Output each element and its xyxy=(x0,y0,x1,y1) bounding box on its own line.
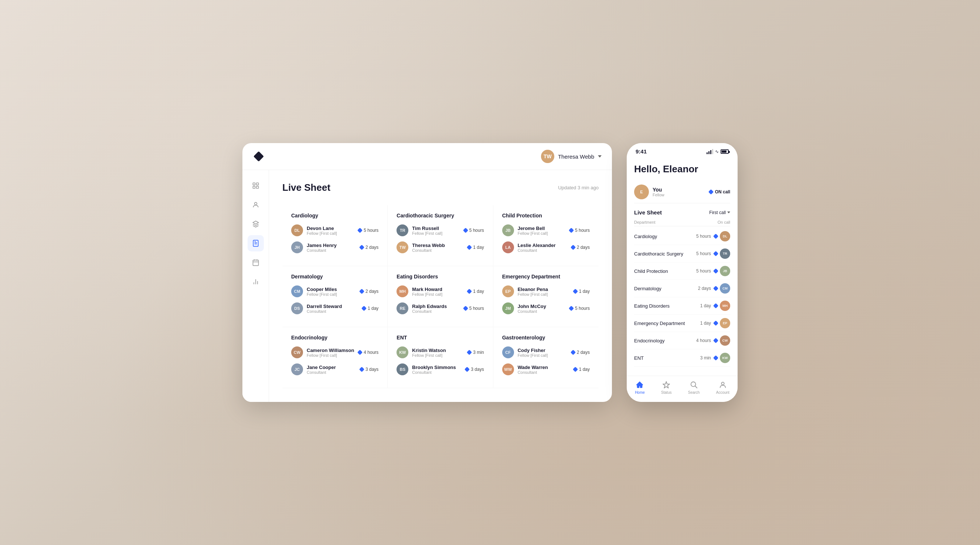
time-value: 5 hours xyxy=(469,306,484,311)
mobile-dept-row[interactable]: Dermatology 2 days CM xyxy=(634,280,730,297)
person-info: John McCoy Consultant xyxy=(518,304,546,314)
mobile-dept-row[interactable]: Cardiology 5 hours DL xyxy=(634,228,730,245)
mobile-dept-avatar: MH xyxy=(720,301,730,311)
person-row[interactable]: JBJerome Bell Fellow [First call] 5 hour… xyxy=(502,225,590,236)
diamond-icon xyxy=(571,245,576,250)
person-name: Kristin Watson xyxy=(412,347,445,353)
nav-item-search[interactable]: Search xyxy=(688,381,700,395)
person-row[interactable]: RERalph Edwards Consultant 5 hours xyxy=(396,303,484,314)
first-call-button[interactable]: First call xyxy=(709,210,730,215)
person-info: James Henry Consultant xyxy=(307,242,337,253)
mobile-dept-avatar: CW xyxy=(720,335,730,346)
person-name: Wade Warren xyxy=(518,365,548,370)
mobile-diamond-icon xyxy=(713,355,718,360)
mobile-dept-name: Cardiothoracic Surgery xyxy=(634,251,696,257)
person-row[interactable]: JHJames Henry Consultant 2 days xyxy=(291,241,379,253)
time-badge: 5 hours xyxy=(570,306,590,311)
mobile-dept-row[interactable]: Cardiothoracic Surgery 5 hours TR xyxy=(634,245,730,263)
person-avatar: KW xyxy=(396,346,408,358)
time-badge: 5 hours xyxy=(570,228,590,233)
sidebar-item-person[interactable] xyxy=(248,197,264,213)
sidebar-item-grid[interactable] xyxy=(248,177,264,194)
person-left: MHMark Howard Fellow [First call] xyxy=(396,285,442,297)
diamond-icon xyxy=(573,367,578,372)
person-left: WWWade Warren Consultant xyxy=(502,363,548,375)
you-on-call-section: E You Fellow ON call xyxy=(634,181,730,203)
mobile-dept-row[interactable]: Emergency Department 1 day EP xyxy=(634,315,730,332)
person-avatar: BS xyxy=(396,363,408,375)
sidebar-item-calendar[interactable] xyxy=(248,254,264,271)
status-icons: ∿ xyxy=(706,149,729,154)
person-name: Ralph Edwards xyxy=(412,304,447,309)
time-badge: 3 days xyxy=(465,367,484,372)
user-name-label: Theresa Webb xyxy=(558,153,594,160)
svg-rect-1 xyxy=(256,183,258,185)
mobile-dept-row[interactable]: Child Protection 5 hours JB xyxy=(634,263,730,280)
mobile-dept-avatar: TR xyxy=(720,249,730,259)
sidebar-item-document[interactable] xyxy=(248,235,264,252)
dept-name: Child Protection xyxy=(502,213,590,218)
person-row[interactable]: TWTheresa Webb Consultant 1 day xyxy=(396,241,484,253)
nav-item-home[interactable]: Home xyxy=(635,381,645,395)
mobile-dept-hours: 3 min xyxy=(700,355,711,360)
person-info: Theresa Webb Consultant xyxy=(412,242,445,253)
person-row[interactable]: BSBrooklyn Simmons Consultant 3 days xyxy=(396,363,484,375)
person-info: Eleanor Pena Fellow [First call] xyxy=(518,287,548,296)
dept-name: ENT xyxy=(396,335,484,341)
time-value: 2 days xyxy=(366,289,379,294)
person-info: Ralph Edwards Consultant xyxy=(412,304,447,314)
mobile-dept-name: ENT xyxy=(634,355,700,361)
person-left: JCJane Cooper Consultant xyxy=(291,363,336,375)
you-text: You Fellow xyxy=(652,187,664,197)
person-role: Consultant xyxy=(518,370,548,374)
time-value: 2 days xyxy=(366,245,379,250)
person-row[interactable]: TRTim Russell Fellow [First call] 5 hour… xyxy=(396,225,484,236)
person-left: TRTim Russell Fellow [First call] xyxy=(396,225,442,236)
person-row[interactable]: WWWade Warren Consultant 1 day xyxy=(502,363,590,375)
person-row[interactable]: CMCooper Miles Fellow [First call] 2 day… xyxy=(291,285,379,297)
page-title: Live Sheet xyxy=(282,182,330,193)
diamond-icon xyxy=(357,228,363,233)
mobile-diamond-icon xyxy=(713,303,718,308)
person-avatar: CW xyxy=(291,346,303,358)
mobile-dept-row[interactable]: Endocrinology 4 hours CW xyxy=(634,332,730,349)
person-left: KWKristin Watson Fellow [First call] xyxy=(396,346,445,358)
sidebar-item-chart[interactable] xyxy=(248,274,264,290)
person-row[interactable]: CFCody Fisher Fellow [First call] 2 days xyxy=(502,346,590,358)
mobile-dept-name: Endocrinology xyxy=(634,338,696,344)
nav-item-status[interactable]: Status xyxy=(661,381,671,395)
person-name: Leslie Alexander xyxy=(518,242,556,248)
person-avatar: WW xyxy=(502,363,514,375)
sidebar-item-layers[interactable] xyxy=(248,216,264,232)
person-row[interactable]: DLDevon Lane Fellow [First call] 5 hours xyxy=(291,225,379,236)
person-role: Fellow [First call] xyxy=(518,231,548,236)
person-row[interactable]: JCJane Cooper Consultant 3 days xyxy=(291,363,379,375)
person-row[interactable]: JMJohn McCoy Consultant 5 hours xyxy=(502,303,590,314)
dept-section-gastroenterology: GastroenterologyCFCody Fisher Fellow [Fi… xyxy=(493,327,599,388)
mobile-content: Hello, Eleanor E You Fellow ON call xyxy=(627,158,738,376)
person-row[interactable]: LALeslie Alexander Consultant 2 days xyxy=(502,241,590,253)
person-info: Cameron Williamson Fellow [First call] xyxy=(307,347,354,357)
diamond-icon xyxy=(357,350,363,355)
person-role: Fellow [First call] xyxy=(307,353,354,357)
person-row[interactable]: DSDarrell Steward Consultant 1 day xyxy=(291,303,379,314)
mobile-dept-row[interactable]: ENT 3 min KW xyxy=(634,349,730,367)
person-avatar: EP xyxy=(502,285,514,297)
nav-item-account[interactable]: Account xyxy=(716,381,729,395)
person-row[interactable]: KWKristin Watson Fellow [First call] 3 m… xyxy=(396,346,484,358)
top-bar: TW Theresa Webb xyxy=(242,143,612,170)
mobile-dept-row[interactable]: Eating Disorders 1 day MH xyxy=(634,297,730,315)
person-left: DSDarrell Steward Consultant xyxy=(291,303,342,314)
person-row[interactable]: MHMark Howard Fellow [First call] 1 day xyxy=(396,285,484,297)
person-row[interactable]: EPEleanor Pena Fellow [First call] 1 day xyxy=(502,285,590,297)
time-value: 2 days xyxy=(577,245,590,250)
person-left: JBJerome Bell Fellow [First call] xyxy=(502,225,548,236)
user-menu[interactable]: TW Theresa Webb xyxy=(541,150,601,163)
person-avatar: JH xyxy=(291,241,303,253)
dept-name: Emergency Department xyxy=(502,274,590,279)
person-left: DLDevon Lane Fellow [First call] xyxy=(291,225,337,236)
person-row[interactable]: CWCameron Williamson Fellow [First call]… xyxy=(291,346,379,358)
person-role: Consultant xyxy=(412,309,447,314)
person-left: BSBrooklyn Simmons Consultant xyxy=(396,363,456,375)
person-left: EPEleanor Pena Fellow [First call] xyxy=(502,285,548,297)
